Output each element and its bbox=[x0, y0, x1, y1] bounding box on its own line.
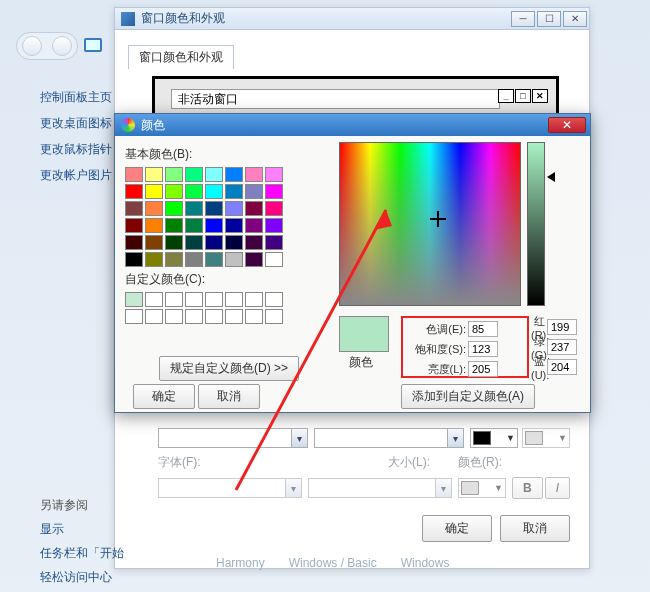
custom-swatch[interactable] bbox=[245, 309, 263, 324]
color-swatch[interactable] bbox=[225, 201, 243, 216]
color-swatch[interactable] bbox=[145, 252, 163, 267]
color-swatch[interactable] bbox=[225, 218, 243, 233]
color-swatch[interactable] bbox=[125, 252, 143, 267]
custom-swatch[interactable] bbox=[225, 309, 243, 324]
blue-input[interactable] bbox=[547, 359, 577, 375]
color-swatch[interactable] bbox=[245, 218, 263, 233]
red-input[interactable] bbox=[547, 319, 577, 335]
see-also-link[interactable]: 显示 bbox=[40, 521, 124, 538]
color-swatch[interactable] bbox=[185, 235, 203, 250]
custom-swatch[interactable] bbox=[145, 309, 163, 324]
bold-button[interactable]: B bbox=[512, 477, 543, 499]
color-swatch[interactable] bbox=[245, 201, 263, 216]
add-to-custom-button[interactable]: 添加到自定义颜色(A) bbox=[401, 384, 535, 409]
color-swatch[interactable] bbox=[125, 184, 143, 199]
color-swatch[interactable] bbox=[205, 167, 223, 182]
color-swatch[interactable] bbox=[205, 218, 223, 233]
color-swatch[interactable] bbox=[185, 252, 203, 267]
color-swatch[interactable] bbox=[165, 167, 183, 182]
color-swatch[interactable] bbox=[185, 184, 203, 199]
color-swatch[interactable] bbox=[165, 218, 183, 233]
color-swatch[interactable] bbox=[145, 218, 163, 233]
tab-appearance[interactable]: 窗口颜色和外观 bbox=[128, 45, 234, 69]
color-swatch[interactable] bbox=[185, 167, 203, 182]
color-swatch[interactable] bbox=[125, 167, 143, 182]
hue-sat-field[interactable] bbox=[339, 142, 521, 306]
color-swatch[interactable] bbox=[185, 218, 203, 233]
color-swatch[interactable] bbox=[265, 167, 283, 182]
custom-swatch[interactable] bbox=[185, 292, 203, 307]
color-swatch[interactable] bbox=[205, 235, 223, 250]
color-swatch[interactable] bbox=[165, 184, 183, 199]
luminance-slider[interactable] bbox=[527, 142, 545, 306]
cancel-button[interactable]: 取消 bbox=[198, 384, 260, 409]
color-swatch[interactable] bbox=[145, 184, 163, 199]
color-swatch[interactable] bbox=[185, 201, 203, 216]
green-input[interactable] bbox=[547, 339, 577, 355]
ok-button[interactable]: 确定 bbox=[133, 384, 195, 409]
italic-button[interactable]: I bbox=[545, 477, 570, 499]
close-button[interactable]: ✕ bbox=[563, 11, 587, 27]
fontcolor-button[interactable]: ▼ bbox=[458, 478, 506, 498]
custom-swatch[interactable] bbox=[225, 292, 243, 307]
color-swatch[interactable] bbox=[245, 252, 263, 267]
nav-back-forward[interactable] bbox=[16, 32, 78, 60]
color-swatch[interactable] bbox=[165, 235, 183, 250]
sidebar-home[interactable]: 控制面板主页 bbox=[40, 89, 112, 106]
color-swatch[interactable] bbox=[125, 235, 143, 250]
color-swatch[interactable] bbox=[245, 167, 263, 182]
lum-input[interactable] bbox=[468, 361, 498, 377]
color-swatch[interactable] bbox=[265, 201, 283, 216]
color-swatch[interactable] bbox=[265, 235, 283, 250]
sidebar-link[interactable]: 更改帐户图片 bbox=[40, 167, 112, 184]
color-swatch[interactable] bbox=[225, 235, 243, 250]
color-swatch[interactable] bbox=[145, 235, 163, 250]
color-swatch[interactable] bbox=[225, 167, 243, 182]
color-swatch[interactable] bbox=[145, 167, 163, 182]
custom-swatch[interactable] bbox=[165, 292, 183, 307]
color-swatch[interactable] bbox=[165, 201, 183, 216]
color-swatch[interactable] bbox=[165, 252, 183, 267]
cancel-button[interactable]: 取消 bbox=[500, 515, 570, 542]
color-swatch[interactable] bbox=[225, 184, 243, 199]
color-swatch[interactable] bbox=[205, 252, 223, 267]
color-swatch[interactable] bbox=[265, 218, 283, 233]
color-swatch[interactable] bbox=[125, 218, 143, 233]
custom-swatch[interactable] bbox=[205, 292, 223, 307]
custom-swatch[interactable] bbox=[205, 309, 223, 324]
color-swatch[interactable] bbox=[145, 201, 163, 216]
see-also-link[interactable]: 任务栏和「开始 bbox=[40, 545, 124, 562]
color-swatch[interactable] bbox=[205, 184, 223, 199]
custom-swatch[interactable] bbox=[125, 309, 143, 324]
fontsize-dropdown[interactable]: ▾ bbox=[308, 478, 452, 498]
sidebar-link[interactable]: 更改鼠标指针 bbox=[40, 141, 112, 158]
color-swatch[interactable] bbox=[265, 184, 283, 199]
color-swatch[interactable] bbox=[205, 201, 223, 216]
color-swatch[interactable] bbox=[265, 252, 283, 267]
close-button[interactable]: ✕ bbox=[548, 117, 586, 133]
color1-button[interactable]: ▼ bbox=[470, 428, 518, 448]
custom-swatch[interactable] bbox=[165, 309, 183, 324]
custom-swatch[interactable] bbox=[265, 309, 283, 324]
hue-input[interactable] bbox=[468, 321, 498, 337]
item-dropdown[interactable]: ▾ bbox=[158, 428, 308, 448]
color-swatch[interactable] bbox=[245, 184, 263, 199]
custom-swatch[interactable] bbox=[245, 292, 263, 307]
color-swatch[interactable] bbox=[245, 235, 263, 250]
font-dropdown[interactable]: ▾ bbox=[158, 478, 302, 498]
custom-swatch[interactable] bbox=[185, 309, 203, 324]
ok-button[interactable]: 确定 bbox=[422, 515, 492, 542]
custom-swatch[interactable] bbox=[125, 292, 143, 307]
color2-button[interactable]: ▼ bbox=[522, 428, 570, 448]
define-custom-button[interactable]: 规定自定义颜色(D) >> bbox=[159, 356, 299, 381]
color-swatch[interactable] bbox=[225, 252, 243, 267]
minimize-button[interactable]: ─ bbox=[511, 11, 535, 27]
custom-swatch[interactable] bbox=[265, 292, 283, 307]
size1-input[interactable]: ▾ bbox=[314, 428, 464, 448]
maximize-button[interactable]: ☐ bbox=[537, 11, 561, 27]
sidebar-link[interactable]: 更改桌面图标 bbox=[40, 115, 112, 132]
color-swatch[interactable] bbox=[125, 201, 143, 216]
sat-input[interactable] bbox=[468, 341, 498, 357]
custom-swatch[interactable] bbox=[145, 292, 163, 307]
see-also-link[interactable]: 轻松访问中心 bbox=[40, 569, 124, 586]
